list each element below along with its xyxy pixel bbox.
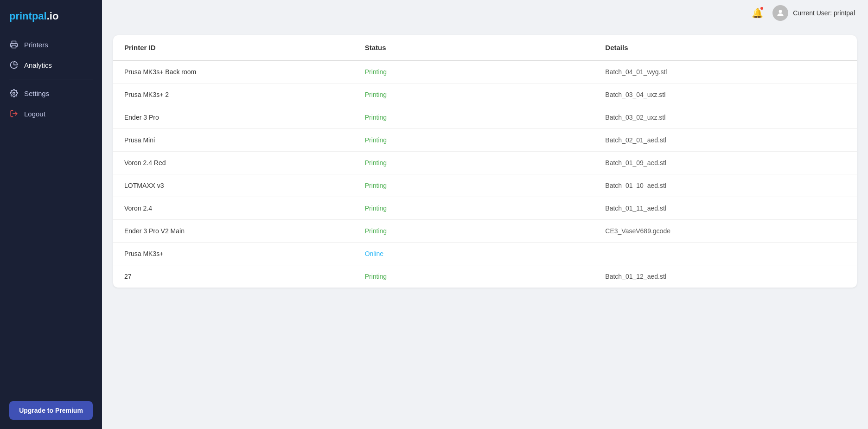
table-row[interactable]: Prusa MK3s+ 2PrintingBatch_03_04_uxz.stl <box>113 83 857 106</box>
table-header: Printer ID Status Details <box>113 35 857 61</box>
cell-status: Printing <box>365 273 606 280</box>
printers-icon <box>9 40 19 49</box>
cell-details: Batch_01_12_aed.stl <box>605 273 846 280</box>
cell-printer-id: Ender 3 Pro V2 Main <box>124 227 365 235</box>
main-area: 🔔 Current User: printpal Printer ID Stat… <box>102 0 868 429</box>
svg-point-1 <box>13 92 15 95</box>
sidebar-item-settings[interactable]: Settings <box>0 83 102 103</box>
svg-rect-0 <box>12 45 16 48</box>
table-row[interactable]: Prusa MK3s+Online <box>113 243 857 265</box>
avatar <box>772 5 788 21</box>
settings-icon <box>9 89 19 98</box>
col-header-printer-id: Printer ID <box>124 44 365 51</box>
sidebar-item-analytics[interactable]: Analytics <box>0 55 102 75</box>
sidebar-item-label-settings: Settings <box>24 90 49 97</box>
cell-printer-id: Prusa MK3s+ Back room <box>124 68 365 76</box>
cell-status: Printing <box>365 68 606 76</box>
sidebar-item-label-logout: Logout <box>24 110 45 118</box>
app-logo: printpal.io <box>0 0 102 31</box>
logo-text-io: .io <box>47 10 59 22</box>
notification-badge <box>760 6 764 11</box>
table-row[interactable]: Prusa MK3s+ Back roomPrintingBatch_04_01… <box>113 61 857 83</box>
cell-details: Batch_02_01_aed.stl <box>605 136 846 144</box>
cell-details: Batch_01_09_aed.stl <box>605 159 846 166</box>
cell-printer-id: Voron 2.4 <box>124 205 365 212</box>
upgrade-button[interactable]: Upgrade to Premium <box>9 401 93 420</box>
table-row[interactable]: LOTMAXX v3PrintingBatch_01_10_aed.stl <box>113 174 857 197</box>
table-row[interactable]: Voron 2.4 RedPrintingBatch_01_09_aed.stl <box>113 152 857 174</box>
cell-details: Batch_01_11_aed.stl <box>605 205 846 212</box>
cell-details: Batch_04_01_wyg.stl <box>605 68 846 76</box>
cell-status: Printing <box>365 136 606 144</box>
cell-status: Printing <box>365 182 606 189</box>
cell-printer-id: Prusa Mini <box>124 136 365 144</box>
sidebar: printpal.io Printers Analytics <box>0 0 102 429</box>
sidebar-nav: Printers Analytics Settings <box>0 31 102 128</box>
cell-details: Batch_03_04_uxz.stl <box>605 91 846 98</box>
table-row[interactable]: Voron 2.4PrintingBatch_01_11_aed.stl <box>113 197 857 220</box>
col-header-details: Details <box>605 44 846 51</box>
sidebar-item-printers[interactable]: Printers <box>0 34 102 55</box>
cell-status: Printing <box>365 205 606 212</box>
table-row[interactable]: Ender 3 ProPrintingBatch_03_02_uxz.stl <box>113 106 857 129</box>
user-info[interactable]: Current User: printpal <box>772 5 855 21</box>
content-area: Printer ID Status Details Prusa MK3s+ Ba… <box>102 26 868 429</box>
sidebar-item-label-printers: Printers <box>24 41 48 49</box>
cell-status: Printing <box>365 91 606 98</box>
notification-bell[interactable]: 🔔 <box>749 5 765 21</box>
cell-printer-id: Prusa MK3s+ <box>124 250 365 257</box>
svg-point-3 <box>779 10 782 13</box>
cell-printer-id: LOTMAXX v3 <box>124 182 365 189</box>
logo-text-printpal: printpal <box>9 10 47 22</box>
sidebar-divider <box>9 79 93 79</box>
header: 🔔 Current User: printpal <box>102 0 868 26</box>
cell-status: Printing <box>365 114 606 121</box>
cell-details: Batch_01_10_aed.stl <box>605 182 846 189</box>
cell-details: CE3_VaseV689.gcode <box>605 227 846 235</box>
table-row[interactable]: 27PrintingBatch_01_12_aed.stl <box>113 265 857 288</box>
table-body: Prusa MK3s+ Back roomPrintingBatch_04_01… <box>113 61 857 288</box>
table-row[interactable]: Prusa MiniPrintingBatch_02_01_aed.stl <box>113 129 857 152</box>
logout-icon <box>9 109 19 118</box>
cell-printer-id: Ender 3 Pro <box>124 114 365 121</box>
table-row[interactable]: Ender 3 Pro V2 MainPrintingCE3_VaseV689.… <box>113 220 857 243</box>
cell-status: Printing <box>365 227 606 235</box>
analytics-icon <box>9 60 19 70</box>
cell-status: Printing <box>365 159 606 166</box>
sidebar-bottom: Upgrade to Premium <box>0 392 102 429</box>
cell-printer-id: 27 <box>124 273 365 280</box>
user-label: Current User: printpal <box>793 9 855 17</box>
col-header-status: Status <box>365 44 606 51</box>
cell-printer-id: Voron 2.4 Red <box>124 159 365 166</box>
sidebar-item-label-analytics: Analytics <box>24 61 52 69</box>
printers-table: Printer ID Status Details Prusa MK3s+ Ba… <box>113 35 857 288</box>
sidebar-item-logout[interactable]: Logout <box>0 103 102 124</box>
cell-printer-id: Prusa MK3s+ 2 <box>124 91 365 98</box>
cell-details: Batch_03_02_uxz.stl <box>605 114 846 121</box>
cell-status: Online <box>365 250 606 257</box>
